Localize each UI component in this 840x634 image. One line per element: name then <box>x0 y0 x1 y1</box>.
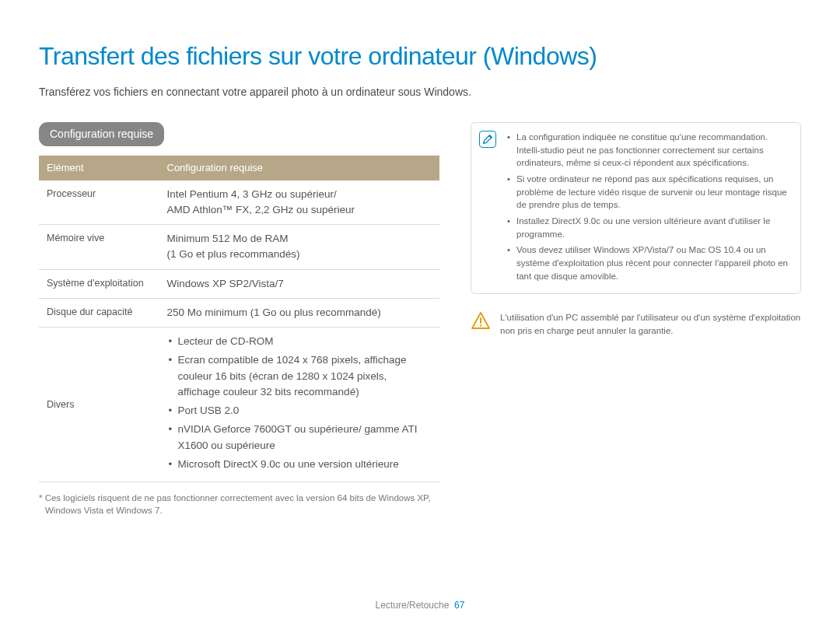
table-row: Système d'exploitation Windows XP SP2/Vi… <box>39 269 439 298</box>
cell-value: Lecteur de CD-ROM Ecran compatible de 10… <box>159 328 440 482</box>
list-item: Lecteur de CD-ROM <box>167 334 432 349</box>
table-row: Disque dur capacité 250 Mo minimum (1 Go… <box>39 298 439 327</box>
note-item: Si votre ordinateur ne répond pas aux sp… <box>507 173 789 212</box>
warning-icon <box>471 311 491 330</box>
footnote: * Ces logiciels risquent de ne pas fonct… <box>39 492 439 517</box>
cell-value: Minimum 512 Mo de RAM (1 Go et plus reco… <box>159 225 440 270</box>
section-header-pill: Configuration requise <box>39 122 164 146</box>
table-header-element: Elément <box>39 156 159 180</box>
list-item: Microsoft DirectX 9.0c ou une version ul… <box>167 457 432 472</box>
footer-page-number: 67 <box>454 600 464 611</box>
spec-table: Elément Configuration requise Processeur… <box>39 156 439 482</box>
warning-row: L'utilisation d'un PC assemblé par l'uti… <box>471 311 801 337</box>
cell-label: Divers <box>39 328 159 482</box>
note-box: La configuration indiquée ne constitue q… <box>471 122 801 294</box>
note-item: Installez DirectX 9.0c ou une version ul… <box>507 215 789 240</box>
note-item: Vous devez utiliser Windows XP/Vista/7 o… <box>507 243 789 282</box>
note-item: La configuration indiquée ne constitue q… <box>507 131 789 170</box>
warning-text: L'utilisation d'un PC assemblé par l'uti… <box>500 311 801 337</box>
cell-label: Disque dur capacité <box>39 298 159 327</box>
footer-section: Lecture/Retouche <box>376 600 450 611</box>
list-item: nVIDIA Geforce 7600GT ou supérieure/ gam… <box>167 422 432 454</box>
table-header-config: Configuration requise <box>159 156 440 180</box>
cell-value: 250 Mo minimum (1 Go ou plus recommandé) <box>159 298 440 327</box>
list-item: Ecran compatible de 1024 x 768 pixels, a… <box>167 352 432 400</box>
page-title: Transfert des fichiers sur votre ordinat… <box>39 37 801 75</box>
right-column: La configuration indiquée ne constitue q… <box>471 122 801 517</box>
cell-value: Windows XP SP2/Vista/7 <box>159 269 440 298</box>
table-row: Divers Lecteur de CD-ROM Ecran compatibl… <box>39 328 439 482</box>
page-subtitle: Transférez vos fichiers en connectant vo… <box>39 84 801 100</box>
left-column: Configuration requise Elément Configurat… <box>39 122 439 517</box>
list-item: Port USB 2.0 <box>167 403 432 419</box>
note-icon <box>479 131 496 148</box>
cell-label: Processeur <box>39 180 159 225</box>
page-footer: Lecture/Retouche 67 <box>0 598 840 612</box>
two-column-layout: Configuration requise Elément Configurat… <box>39 122 801 517</box>
svg-point-1 <box>480 325 481 327</box>
cell-value: Intel Pentium 4, 3 GHz ou supérieur/ AMD… <box>159 180 440 225</box>
table-row: Processeur Intel Pentium 4, 3 GHz ou sup… <box>39 180 439 225</box>
cell-label: Système d'exploitation <box>39 269 159 298</box>
table-row: Mémoire vive Minimum 512 Mo de RAM (1 Go… <box>39 225 439 270</box>
cell-label: Mémoire vive <box>39 225 159 270</box>
